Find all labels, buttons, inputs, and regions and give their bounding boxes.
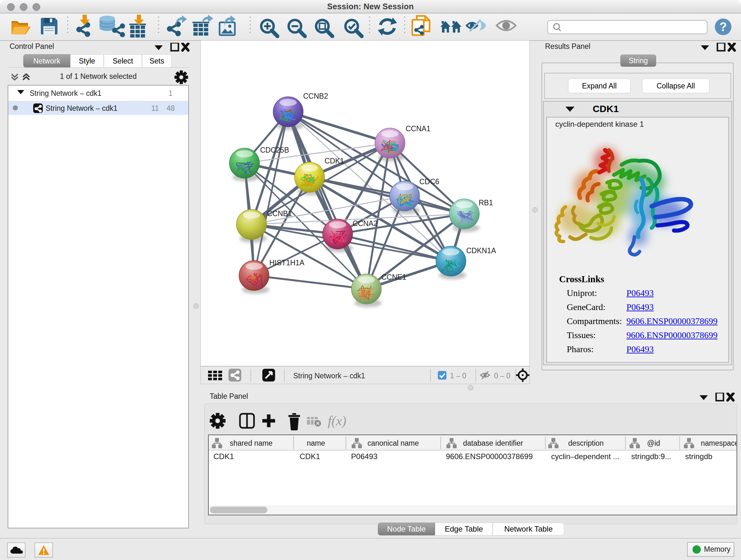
svg-text:CDC6: CDC6 [419,178,440,186]
svg-text:canonical name: canonical name [367,439,419,447]
svg-text:CCNE1: CCNE1 [381,273,406,281]
svg-text:CCNB2: CCNB2 [303,92,328,100]
svg-text:namespace: namespace [701,439,737,447]
svg-text:description: description [568,439,603,447]
svg-text:HIST1H1A: HIST1H1A [269,259,305,267]
svg-text:shared name: shared name [230,439,273,447]
svg-text:CDC25B: CDC25B [260,146,289,154]
svg-text:RB1: RB1 [479,199,493,207]
svg-text:CDK1: CDK1 [325,157,344,165]
svg-text:database identifier: database identifier [463,439,523,447]
svg-text:1 – 0: 1 – 0 [450,372,466,380]
svg-text:CCNA1: CCNA1 [406,125,430,133]
svg-text:0 – 0: 0 – 0 [494,372,510,380]
svg-text:@id: @id [647,439,660,447]
svg-text:?: ? [719,20,727,34]
svg-text:CCNA2: CCNA2 [353,219,378,228]
svg-text:String Network – cdk1: String Network – cdk1 [293,372,365,380]
svg-text:CDKN1A: CDKN1A [466,246,496,255]
svg-text:f(x): f(x) [328,414,346,428]
svg-text:name: name [307,439,325,447]
svg-text:CCNB1: CCNB1 [267,209,292,218]
